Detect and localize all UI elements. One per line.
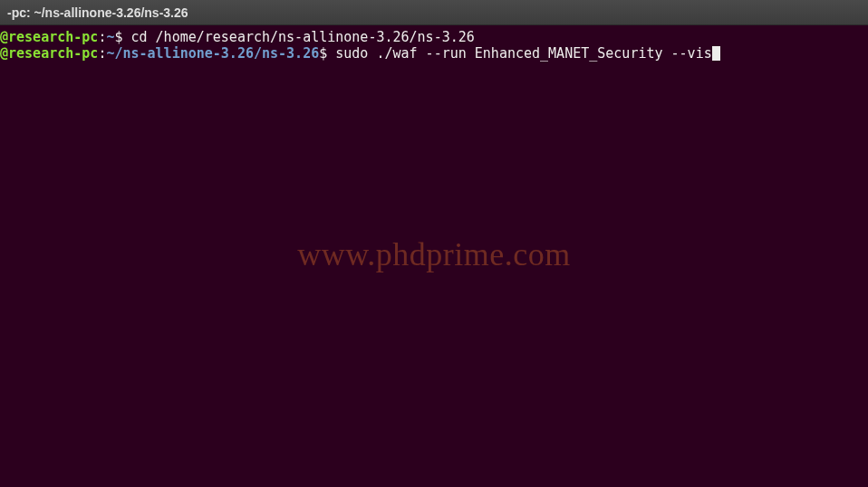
terminal-window: -pc: ~/ns-allinone-3.26/ns-3.26 @researc… — [0, 0, 868, 487]
terminal-cursor — [712, 46, 720, 61]
command-text: cd /home/research/ns-allinone-3.26/ns-3.… — [131, 29, 475, 45]
terminal-line: @research-pc:~/ns-allinone-3.26/ns-3.26$… — [0, 45, 868, 62]
window-titlebar[interactable]: -pc: ~/ns-allinone-3.26/ns-3.26 — [0, 0, 868, 25]
prompt-userhost: @research-pc — [0, 29, 98, 45]
prompt-path: ~/ns-allinone-3.26/ns-3.26 — [106, 45, 319, 62]
watermark-text: www.phdprime.com — [0, 246, 868, 263]
window-title: -pc: ~/ns-allinone-3.26/ns-3.26 — [7, 5, 188, 20]
terminal-line: @research-pc:~$ cd /home/research/ns-all… — [0, 29, 868, 45]
command-text: sudo ./waf --run Enhanced_MANET_Security… — [335, 45, 711, 62]
prompt-dollar: $ — [114, 29, 130, 45]
terminal-body[interactable]: @research-pc:~$ cd /home/research/ns-all… — [0, 25, 868, 487]
prompt-userhost: @research-pc — [0, 45, 98, 62]
prompt-dollar: $ — [319, 45, 335, 62]
